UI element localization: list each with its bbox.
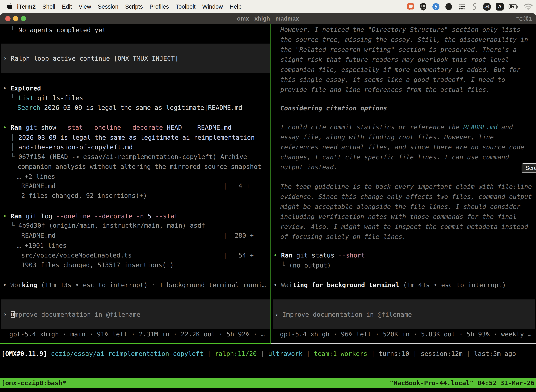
window-shortcut-badge: ⌥⌘1 [516,13,532,24]
git-log-stat-voice: src/voice/voiceModeEnabled.ts | 54 + [17,250,254,260]
menu-help[interactable]: Help [226,3,245,10]
thinking-para2-line5: output instead. [280,162,337,172]
tmux-session-name: [omx-cczip0:bash* [1,378,66,388]
git-show-stat-summary: 2 files changed, 92 insertions(+) [17,191,147,201]
screen-tooltip: Scre [522,163,536,173]
thinking-para3-line6: of focusing solely on file lines. [280,232,406,242]
text-cursor: I [11,311,14,318]
git-show-stat-readme: README.md | 4 + [17,181,250,191]
window-title: omx --xhigh --madmax [0,13,536,24]
right-session-statusbar: gpt-5.4 xhigh · 96% left · 520K in · 5.8… [280,329,531,339]
thinking-para3-line1: The team guideline is to back every impo… [280,182,532,191]
thinking-para1-line4: slight risk that future readers may over… [280,55,509,65]
thinking-para3-line3: might be acceptable alongside the file l… [280,202,520,211]
explored-list-line: └ List git ls-files [11,93,83,103]
ran-git-status-command: • Ran git status --short [273,250,365,260]
thinking-para1-line1: However, I noticed the "Directory Struct… [280,25,520,34]
menu-status-area: ..61 A [407,2,536,11]
menu-profiles[interactable]: Profiles [146,3,172,10]
apple-menu-icon[interactable] [7,3,13,10]
menu-shell[interactable]: Shell [39,3,58,10]
thinking-para2-line1: I could cite commit statistics or refere… [280,122,513,132]
explored-header: • Explored [3,84,41,93]
thinking-para2-line2: essay file, along with finding root file… [280,132,494,142]
thinking-heading: Considering citation options [280,103,387,113]
menu-scripts[interactable]: Scripts [122,3,146,10]
left-session-statusbar: gpt-5.4 xhigh · main · 91% left · 2.31M … [9,329,265,339]
dots-grid-icon[interactable] [458,3,466,11]
readme-file-reference: README.md [463,123,498,131]
working-status-line: • Working (11m 13s • esc to interrupt) ·… [3,280,266,290]
thinking-para1-line2: the source tree, missing the essay. Stil… [280,35,528,44]
left-pane-bottom-border [0,343,271,344]
thinking-para1-line3: the "Related research writing" section i… [280,45,517,54]
pane-divider[interactable] [270,24,271,344]
waiting-status-line: • Waiting for background terminal (1m 41… [273,280,506,290]
git-log-stat-summary: 1903 files changed, 513517 insertions(+) [17,260,174,270]
ran-git-show-arg-wrap2: │ and-the-erosion-of-copyleft.md [11,142,133,152]
menu-iterm2[interactable]: iTerm2 [14,3,39,10]
git-log-output-commit: └ 4b9d30f (origin/main, instructkr/main,… [11,221,205,230]
menu-session[interactable]: Session [94,3,122,10]
iterm-window: omx --xhigh --madmax ⌥⌘1 └ No agents com… [0,13,536,392]
agents-note-line: └ No agents completed yet [11,25,106,35]
terminal-content[interactable]: └ No agents completed yet › Ralph loop a… [0,24,536,392]
menu-window[interactable]: Window [199,3,226,10]
thinking-para2-line3: references need actual files, and since … [280,142,524,152]
coverage-61-icon[interactable]: ..61 [483,3,491,11]
thinking-para1-line6: this single essay, it seems like a good … [280,75,505,84]
thinking-para1-line5: companion file, especially if more comme… [280,65,520,75]
ran-git-show-arg-wrap1: │ 2026-03-09-is-legal-the-same-as-legiti… [11,133,258,142]
tmux-host-clock: "MacBook-Pro-44.local" 04:52 31-Mar-26 [390,378,535,388]
ran-git-log-command: • Ran git log --oneline --decorate -n 5 … [3,211,178,221]
shield-grid-icon[interactable] [420,2,427,11]
inject-banner[interactable]: › Ralph loop active continue [OMX_TMUX_I… [1,44,270,73]
git-log-stat-readme: README.md | 280 + [17,231,254,240]
battery-icon[interactable] [509,3,519,11]
menu-view[interactable]: View [75,3,94,10]
thinking-para2-line4: changes, I can't cite specific file line… [280,152,509,162]
thinking-para3-line4: including verification notes with those … [280,212,517,221]
explored-search-line: Search 2026-03-09-is-legal-the-same-as-l… [17,103,242,112]
git-log-output-more: … +1901 lines [17,241,67,250]
chat-icon[interactable] [407,3,415,11]
thinking-para3-line2: evidence. Since this change only affects… [280,192,532,201]
menu-bar: iTerm2 Shell Edit View Session Scripts P… [0,0,536,13]
omx-status-line: [OMX#0.11.9] cczip/essay/ai-reimplementa… [1,349,516,359]
zap-badge-icon[interactable] [432,3,440,11]
window-title-bar[interactable]: omx --xhigh --madmax ⌥⌘1 [0,13,536,24]
thinking-para3-line5: review. Also, I might want to inspect th… [280,222,528,232]
git-show-output-commit: └ 067f154 (HEAD -> essay/ai-reimplementa… [11,152,247,162]
right-pane-bottom-border [271,343,536,344]
git-status-no-output: └ (no output) [281,261,331,270]
squiggle-icon[interactable] [471,2,478,11]
menu-toolbelt[interactable]: Toolbelt [172,3,199,10]
pie-icon[interactable] [445,3,453,11]
git-show-output-line2: companion analysis without altering the … [17,162,261,171]
ran-git-show-command: • Ran git show --stat --oneline --decora… [3,123,232,132]
right-prompt-input[interactable]: › Improve documentation in @filename [273,299,535,329]
git-show-output-more: … +2 lines [17,172,55,182]
left-prompt-input[interactable]: › Improve documentation in @filename [1,299,270,329]
wifi-icon[interactable] [524,3,533,10]
input-source-icon[interactable]: A [496,3,504,10]
tmux-status-bar: [omx-cczip0:bash* "MacBook-Pro-44.local"… [0,378,536,388]
thinking-para1-line7: provide file and line references from th… [280,85,490,94]
menu-edit[interactable]: Edit [58,3,75,10]
